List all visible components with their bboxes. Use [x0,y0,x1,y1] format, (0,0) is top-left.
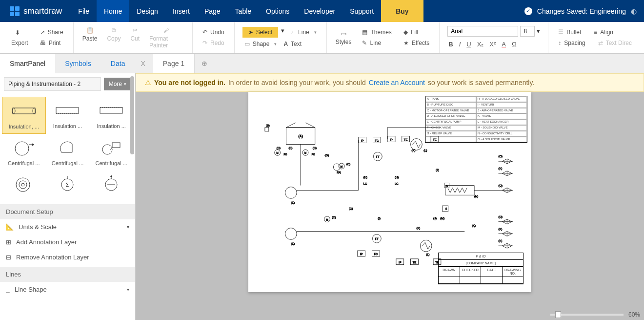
svg-text:(M): (M) [440,217,444,220]
bold-button[interactable]: B [448,41,453,48]
chevron-down-icon: ▾ [127,287,129,292]
menu-insert[interactable]: Insert [165,0,197,22]
line-style-button[interactable]: ✎Line [360,39,393,47]
line-shape-item[interactable]: ⎯Line Shape▾ [0,282,135,297]
menu-support[interactable]: Support [342,0,381,22]
symbol-centrifugal-3[interactable]: Centrifugal ... [89,134,133,170]
symbol-centrifugal-2[interactable]: Centrifugal ... [46,134,90,170]
add-layer-item[interactable]: ⊞Add Annotation Layer [0,235,135,250]
font-size-input[interactable] [520,26,535,37]
tab-close[interactable]: X [135,54,151,73]
svg-text:FC: FC [374,253,378,256]
menu-file[interactable]: File [71,0,97,22]
tab-data[interactable]: Data [101,54,135,73]
chevron-down-icon[interactable]: ▾ [537,27,540,35]
zoom-handle[interactable] [555,311,561,318]
svg-text:(G): (G) [349,207,353,210]
zoom-slider[interactable] [550,314,624,316]
tab-smartpanel[interactable]: SmartPanel [0,54,55,73]
save-status-text: Changes Saved: Engineering [537,7,626,15]
more-button[interactable]: More▾ [104,78,131,90]
spacing-button[interactable]: ↕Spacing [556,39,587,47]
symbol-centrifugal-1[interactable]: Centrifugal ... [2,134,46,170]
svg-text:TE: TE [404,138,408,141]
logo-icon [9,5,20,17]
select-tool[interactable]: ➤Select [242,27,278,38]
brush-icon: 🖌 [163,27,169,34]
omega-button[interactable]: Ω [512,41,517,48]
line-tool[interactable]: ⟋Line▾ [287,27,319,38]
svg-text:(E): (E) [291,242,295,245]
drawing-canvas[interactable]: A - TANKH - A LOCKED-CLOSED VALVEB - RUP… [248,92,531,292]
share-button[interactable]: ↗Share [38,28,65,37]
export-label: Export [11,40,28,46]
clipboard-icon: 📋 [86,27,94,34]
menu-options[interactable]: Options [259,0,297,22]
svg-text:(C): (C) [346,163,350,166]
tab-page1[interactable]: Page 1 [153,54,195,73]
font-color-button[interactable]: A [502,41,506,48]
paste-button[interactable]: 📋Paste [79,25,101,51]
insulation-icon [55,107,80,114]
svg-point-14 [102,145,112,154]
export-button[interactable]: ⬇ Export [7,27,32,48]
text-direction-button[interactable]: ⇄Text Direc [596,39,634,47]
svg-marker-13 [32,143,34,146]
subscript-button[interactable]: X₂ [477,41,484,48]
undo-button[interactable]: ↶Undo [201,28,226,37]
app-logo[interactable]: smartdraw [0,5,71,17]
menu-table[interactable]: Table [228,0,259,22]
themes-button[interactable]: ▦Themes [360,28,393,37]
underline-button[interactable]: U [466,41,471,48]
text-tool[interactable]: AText [282,40,303,48]
main-area: Piping & Instrumentation - 2 More▾ Insul… [0,73,644,320]
menu-buy[interactable]: Buy [381,0,423,22]
svg-text:(C): (C) [277,147,281,149]
align-button[interactable]: ≡Align [592,28,615,37]
scrollbar-thumb[interactable] [130,76,134,154]
tab-symbols[interactable]: Symbols [55,54,101,73]
symbol-8[interactable]: Σ [46,170,90,200]
shape-tool[interactable]: ▭Shape▾ [242,40,279,48]
bullet-button[interactable]: ☰Bullet [556,28,583,37]
print-button[interactable]: 🖶Print [38,39,65,47]
copy-button[interactable]: ⧉Copy [103,25,124,51]
menu-page[interactable]: Page [197,0,228,22]
format-painter-button[interactable]: 🖌Format Painter [145,25,187,51]
fill-button[interactable]: ◆Fill [402,28,431,37]
svg-text:(G): (G) [325,154,329,157]
svg-rect-1 [15,6,20,11]
symbols-grid: Insulation, ... Insulation ... Insulatio… [0,95,135,202]
symbol-insulation-2[interactable]: Insulation ... [46,97,90,134]
symbol-7[interactable] [2,170,46,200]
pid-schematic: (A) (E) (E) IP FC FT IP TE TE FT [262,123,523,268]
superscript-button[interactable]: X² [489,41,496,48]
svg-text:(L): (L) [426,253,429,256]
help-icon[interactable]: ◐ [631,7,637,15]
pump-icon [101,175,121,192]
menu-design[interactable]: Design [129,0,165,22]
app-name: smartdraw [23,6,62,16]
svg-text:(H): (H) [363,176,367,179]
add-page-button[interactable]: ⊕ [195,54,214,73]
symbol-insulation-3[interactable]: Insulation ... [89,97,133,134]
menu-developer[interactable]: Developer [297,0,342,22]
menu-home[interactable]: Home [97,0,129,22]
library-title[interactable]: Piping & Instrumentation - 2 [4,77,101,91]
font-name-input[interactable] [447,26,518,37]
cut-button[interactable]: ✂Cut [126,25,143,51]
symbol-9[interactable] [89,170,133,200]
italic-button[interactable]: I [459,41,461,48]
svg-text:(L): (L) [423,149,427,152]
units-scale-item[interactable]: 📐Units & Scale▾ [0,219,135,235]
chevron-down-icon[interactable]: ▾ [281,27,284,38]
remove-layer-item[interactable]: ⊟Remove Annotation Layer [0,250,135,265]
create-account-link[interactable]: Create an Account [369,79,425,86]
effects-button[interactable]: ★Effects [402,39,431,47]
line-icon: ⟋ [289,29,295,36]
styles-button[interactable]: ▭Styles [332,28,356,47]
redo-button[interactable]: ↷Redo [201,39,226,47]
symbol-insulation-1[interactable]: Insulation, ... [2,97,46,134]
text-icon: A [283,41,288,47]
svg-rect-0 [10,6,14,11]
